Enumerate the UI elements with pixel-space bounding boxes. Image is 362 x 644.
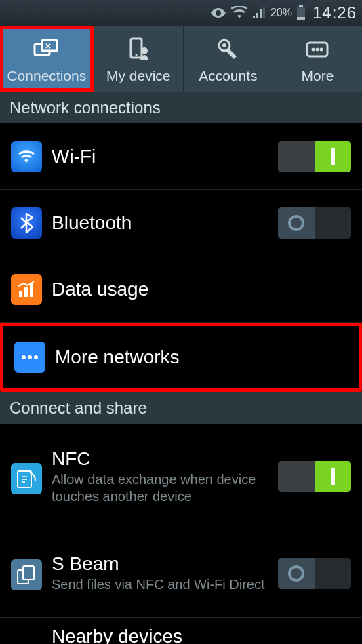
row-more-networks[interactable]: More networks (0, 323, 362, 392)
signal-icon (252, 6, 266, 20)
sbeam-toggle[interactable] (278, 558, 351, 589)
row-bluetooth[interactable]: Bluetooth (0, 190, 362, 256)
row-title: Bluetooth (52, 212, 271, 234)
data-usage-icon (11, 274, 42, 305)
tab-label: Accounts (199, 68, 257, 84)
accounts-icon (214, 34, 242, 65)
tab-more[interactable]: More (273, 26, 362, 92)
svg-rect-22 (23, 566, 34, 580)
clock: 14:26 (313, 3, 357, 22)
svg-point-6 (136, 54, 138, 56)
svg-rect-2 (297, 17, 305, 20)
svg-point-19 (34, 355, 38, 359)
settings-tab-bar: Connections My device Accounts More (0, 26, 362, 92)
wifi-icon (11, 141, 42, 172)
row-subtitle: Allow data exchange when device touches … (52, 471, 271, 505)
bluetooth-icon (11, 207, 42, 239)
svg-point-18 (28, 355, 32, 359)
tab-connections[interactable]: Connections (0, 26, 94, 92)
svg-rect-14 (19, 291, 22, 297)
status-bar: 20% 14:26 (0, 0, 362, 26)
tab-label: More (302, 68, 334, 84)
wifi-toggle[interactable] (278, 141, 351, 172)
svg-point-13 (320, 47, 323, 51)
more-networks-icon (14, 342, 45, 373)
svg-point-9 (222, 43, 226, 47)
row-title: Wi-Fi (52, 146, 271, 167)
row-title: NFC (52, 448, 271, 470)
tab-my-device[interactable]: My device (94, 26, 183, 92)
tab-label: My device (106, 68, 171, 84)
svg-rect-0 (299, 5, 303, 7)
svg-point-12 (316, 47, 319, 51)
row-data-usage[interactable]: Data usage (0, 256, 362, 323)
section-network-connections: Network connections (0, 92, 362, 123)
svg-point-11 (312, 47, 315, 51)
tab-accounts[interactable]: Accounts (184, 26, 273, 92)
eye-icon (209, 7, 227, 19)
sbeam-icon (11, 559, 42, 590)
connections-icon (33, 34, 61, 65)
wifi-icon (231, 6, 247, 20)
row-subtitle: Send files via NFC and Wi-Fi Direct (52, 576, 271, 593)
row-title: Data usage (52, 279, 344, 300)
row-title: Nearby devices (52, 626, 344, 644)
section-label: Network connections (9, 98, 161, 117)
nfc-toggle[interactable] (278, 461, 351, 492)
battery-percent: 20% (270, 7, 292, 19)
battery-icon (296, 5, 306, 21)
nfc-icon (11, 463, 42, 494)
tab-label: Connections (7, 68, 86, 84)
more-icon (303, 34, 331, 65)
svg-point-17 (22, 355, 26, 359)
section-connect-and-share: Connect and share (0, 392, 362, 424)
section-label: Connect and share (9, 399, 147, 418)
row-sbeam[interactable]: S Beam Send files via NFC and Wi-Fi Dire… (0, 529, 362, 618)
svg-point-7 (141, 47, 148, 54)
row-title: S Beam (52, 553, 271, 575)
my-device-icon (124, 34, 153, 65)
row-title: More networks (55, 346, 341, 368)
row-nearby-devices[interactable]: Nearby devices (0, 618, 362, 644)
row-nfc[interactable]: NFC Allow data exchange when device touc… (0, 424, 362, 529)
row-wifi[interactable]: Wi-Fi (0, 123, 362, 190)
bluetooth-toggle[interactable] (278, 207, 351, 239)
svg-rect-15 (24, 287, 28, 297)
svg-rect-16 (30, 283, 33, 297)
